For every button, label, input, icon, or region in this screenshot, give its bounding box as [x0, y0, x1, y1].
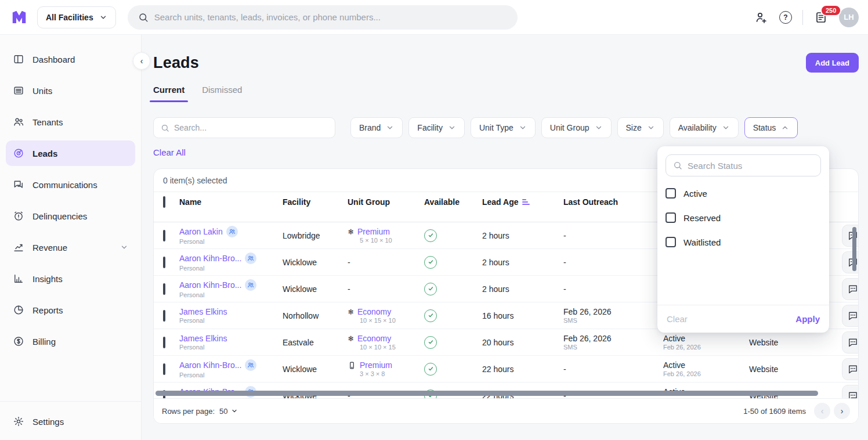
chat-cell — [836, 358, 859, 380]
filter-unit-group[interactable]: Unit Group — [541, 117, 612, 138]
snowflake-icon: ❄ — [348, 334, 354, 343]
unit-group-link[interactable]: Economy — [357, 307, 391, 316]
lead-name-link[interactable]: James Elkins — [179, 307, 227, 316]
filter-size[interactable]: Size — [617, 117, 664, 138]
tenant-badge-icon — [245, 253, 256, 264]
next-page-button[interactable]: › — [834, 403, 850, 419]
table-search[interactable] — [153, 117, 335, 138]
lead-name-link[interactable]: Aaron Kihn-Bro... — [179, 360, 241, 370]
status-apply-button[interactable]: Apply — [795, 314, 820, 324]
sidebar-collapse-button[interactable]: ‹ — [133, 52, 150, 70]
vertical-scrollbar[interactable] — [852, 227, 856, 271]
facility-cell: Wicklowe — [283, 258, 348, 267]
column-header-lead-age[interactable]: Lead Age — [482, 197, 563, 207]
filter-availability[interactable]: Availability — [670, 117, 739, 138]
help-icon[interactable]: ? — [779, 11, 792, 24]
topbar-divider — [802, 10, 803, 25]
add-lead-button[interactable]: Add Lead — [806, 53, 859, 73]
clear-all-filters-link[interactable]: Clear All — [153, 147, 186, 158]
checkbox[interactable] — [666, 188, 676, 199]
row-checkbox[interactable] — [163, 363, 165, 375]
row-checkbox[interactable] — [163, 337, 165, 348]
sidebar-item-label: Reports — [32, 305, 63, 315]
column-header-name[interactable]: Name — [179, 197, 283, 207]
column-header-last-outreach[interactable]: Last Outreach — [563, 197, 663, 207]
column-header-facility[interactable]: Facility — [283, 197, 348, 207]
table-row: Aaron Kihn-Bro...PersonalWicklowePremium… — [154, 356, 858, 383]
rows-per-page-value: 50 — [219, 407, 227, 416]
checkbox[interactable] — [666, 212, 676, 223]
sidebar-item-label: Tenants — [32, 117, 63, 127]
status-date: Feb 26, 2026 — [663, 344, 749, 351]
sidebar-item-label: Communications — [32, 180, 97, 190]
facility-cell: Eastvale — [283, 338, 348, 347]
filter-unit-type[interactable]: Unit Type — [471, 117, 536, 138]
sort-ascending-icon[interactable] — [522, 199, 530, 205]
sidebar-item-insights[interactable]: Insights — [6, 266, 135, 291]
row-checkbox[interactable] — [163, 257, 165, 268]
user-avatar[interactable]: LH — [839, 8, 859, 27]
chat-cell — [836, 278, 859, 300]
sidebar-item-reports[interactable]: Reports — [6, 297, 135, 323]
sidebar-item-communications[interactable]: Communications — [6, 172, 135, 197]
sidebar-item-dashboard[interactable]: Dashboard — [6, 46, 135, 72]
filter-label: Brand — [359, 123, 381, 132]
filter-label: Unit Group — [550, 123, 589, 132]
facility-cell: Norhollow — [283, 311, 348, 320]
filter-facility[interactable]: Facility — [408, 117, 465, 138]
row-checkbox[interactable] — [163, 230, 165, 241]
filter-brand[interactable]: Brand — [350, 117, 403, 138]
sidebar-item-leads[interactable]: Leads — [6, 140, 135, 166]
global-search[interactable] — [128, 5, 518, 30]
lead-name-link[interactable]: Aaron Lakin — [179, 227, 223, 236]
dashboard-icon — [13, 53, 24, 65]
sidebar-item-label: Units — [32, 86, 52, 96]
tab-dismissed[interactable]: Dismissed — [202, 85, 242, 102]
search-icon — [673, 161, 682, 170]
lead-name-link[interactable]: Aaron Kihn-Bro... — [179, 280, 241, 290]
sidebar-item-delinquencies[interactable]: Delinquencies — [6, 203, 135, 229]
facility-selector[interactable]: All Facilities — [37, 6, 116, 28]
chevron-down-icon — [519, 124, 527, 132]
status-search[interactable] — [666, 154, 821, 176]
open-chat-button[interactable] — [842, 331, 859, 354]
row-checkbox[interactable] — [163, 283, 165, 295]
chat-cell — [836, 331, 859, 354]
tab-current[interactable]: Current — [153, 85, 185, 102]
row-checkbox[interactable] — [163, 310, 165, 322]
rows-per-page-select[interactable]: 50 — [219, 407, 237, 416]
global-search-input[interactable] — [154, 12, 507, 22]
sidebar-item-tenants[interactable]: Tenants — [6, 109, 135, 135]
lead-age-cell: 2 hours — [482, 231, 563, 240]
sidebar-item-units[interactable]: Units — [6, 78, 135, 103]
checkbox[interactable] — [666, 237, 676, 247]
open-chat-button[interactable] — [842, 278, 859, 300]
add-user-icon[interactable] — [754, 10, 769, 25]
unit-group-link[interactable]: Economy — [357, 334, 391, 343]
open-chat-button[interactable] — [842, 305, 859, 327]
column-header-available[interactable]: Available — [424, 197, 482, 207]
sidebar-item-label: Revenue — [32, 243, 67, 253]
status-option-waitlisted[interactable]: Waitlisted — [666, 230, 821, 254]
previous-page-button[interactable]: ‹ — [814, 403, 830, 419]
unit-group-link[interactable]: Premium — [360, 360, 392, 370]
status-options: ActiveReservedWaitlisted — [657, 181, 829, 254]
status-option-active[interactable]: Active — [666, 181, 821, 205]
status-search-input[interactable] — [688, 161, 813, 171]
select-all-checkbox[interactable] — [163, 196, 165, 208]
open-chat-button[interactable] — [842, 358, 859, 380]
sidebar-item-settings[interactable]: Settings — [6, 409, 135, 434]
lead-name-link[interactable]: Aaron Kihn-Bro... — [179, 254, 241, 263]
status-option-reserved[interactable]: Reserved — [666, 205, 821, 230]
unit-group-link[interactable]: Premium — [357, 227, 390, 236]
table-search-input[interactable] — [174, 123, 328, 132]
lead-name-link[interactable]: James Elkins — [179, 334, 227, 343]
sidebar-item-billing[interactable]: Billing — [6, 329, 135, 354]
selection-count-text: 0 item(s) selected — [163, 176, 227, 185]
filter-status[interactable]: Status — [744, 117, 798, 138]
status-clear-button[interactable]: Clear — [667, 314, 688, 324]
horizontal-scrollbar-thumb[interactable] — [155, 391, 818, 396]
sidebar-item-revenue[interactable]: Revenue — [6, 235, 135, 260]
column-header-unit-group[interactable]: Unit Group — [348, 197, 424, 207]
tasks-button[interactable]: 250 — [813, 10, 829, 25]
